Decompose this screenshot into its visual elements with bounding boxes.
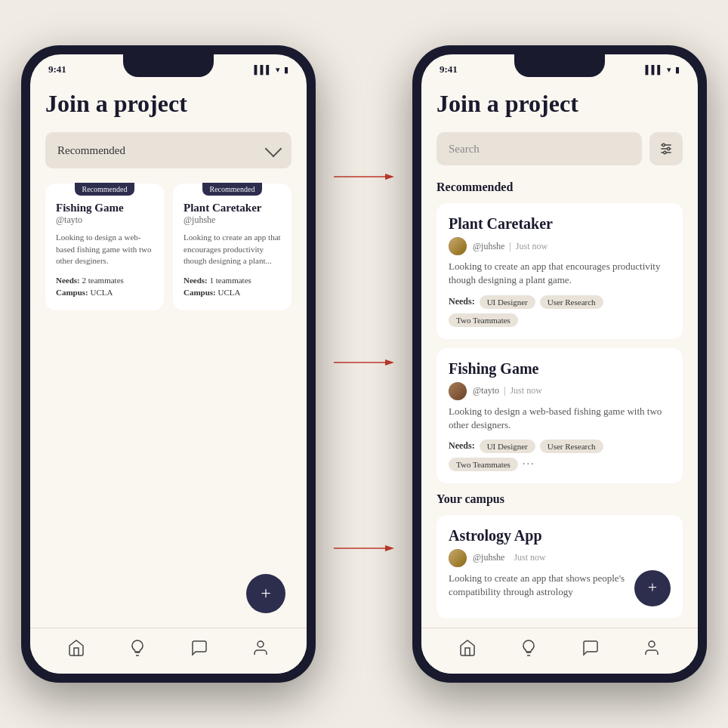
right-signal-icon: ▌▌▌ [646, 65, 663, 74]
left-nav-bulb[interactable] [127, 637, 148, 659]
astrology-plus-icon: + [648, 579, 657, 596]
right-nav-bulb[interactable] [518, 637, 539, 659]
plus-icon: + [261, 584, 271, 602]
more-options-icon[interactable]: ··· [523, 458, 535, 470]
phones-container: 9:41 ▌▌▌ ▾ ▮ Join a project Recommended [21, 45, 707, 683]
astrology-username: @juhshe [473, 552, 504, 563]
fishing-tag-2: User Research [540, 440, 603, 453]
astrology-time: Just now [514, 552, 545, 563]
plant-desc: Looking to create an app that encourages… [449, 260, 671, 287]
plant-tag-3: Two Teammates [449, 313, 518, 327]
left-phone-content: Join a project Recommended Recommended F… [30, 79, 307, 628]
search-bar: Search [436, 132, 683, 165]
right-card-fishing[interactable]: Fishing Game @tayto | Just now Looking t… [436, 348, 683, 483]
wifi-icon: ▾ [276, 65, 280, 75]
badge-recommended-2: Recommended [202, 183, 263, 196]
astrology-header: @juhshe Just now [449, 549, 671, 567]
left-nav-bar [30, 628, 307, 674]
card-2-campus: Campus: UCLA [184, 288, 281, 297]
plant-time: Just now [516, 241, 548, 252]
svg-point-11 [668, 148, 670, 150]
svg-marker-2 [385, 174, 394, 180]
plant-header: @juhshe | Just now [449, 237, 671, 255]
svg-point-12 [664, 152, 666, 154]
arrow-3 [334, 539, 394, 560]
search-placeholder: Search [449, 143, 480, 156]
recommended-label: Recommended [436, 180, 683, 194]
svg-point-0 [258, 641, 264, 647]
card-1-desc: Looking to design a web-based fishing ga… [56, 232, 153, 267]
right-nav-home[interactable] [457, 637, 478, 659]
arrow-1 [334, 168, 394, 189]
search-input-wrap[interactable]: Search [436, 132, 642, 165]
right-nav-chat[interactable] [580, 637, 601, 659]
svg-point-10 [662, 144, 665, 147]
fishing-time: Just now [510, 385, 541, 396]
left-nav-chat[interactable] [189, 637, 210, 659]
left-page-title: Join a project [45, 91, 292, 117]
right-nav-bar [421, 628, 698, 674]
left-time: 9:41 [48, 63, 66, 76]
right-card-plant[interactable]: Plant Caretaker @juhshe | Just now Looki… [436, 203, 683, 338]
left-cards-row: Recommended Fishing Game @tayto Looking … [45, 184, 292, 310]
right-page-title: Join a project [436, 91, 683, 117]
right-status-bar: 9:41 ▌▌▌ ▾ ▮ [421, 54, 698, 79]
right-phone-content: Join a project Search [421, 79, 698, 628]
left-status-bar: 9:41 ▌▌▌ ▾ ▮ [30, 54, 307, 79]
signal-icon: ▌▌▌ [254, 65, 272, 74]
card-1-needs: Needs: 2 teammates [56, 276, 153, 285]
right-card-astrology[interactable]: Astrology App @juhshe Just now Looking t… [436, 515, 683, 618]
badge-recommended-1: Recommended [75, 183, 135, 196]
card-1-username: @tayto [56, 214, 153, 226]
left-card-2[interactable]: Recommended Plant Caretaker @juhshe Look… [173, 184, 292, 310]
right-battery-icon: ▮ [675, 65, 680, 75]
astrology-user-info: @juhshe Just now [473, 552, 546, 563]
fishing-title: Fishing Game [449, 360, 671, 378]
svg-point-13 [649, 641, 655, 647]
card-2-needs: Needs: 1 teammates [184, 276, 281, 285]
fishing-tag-3: Two Teammates [449, 458, 518, 471]
campus-label: Your campus [436, 492, 683, 506]
astrology-avatar [449, 549, 467, 567]
fishing-header: @tayto | Just now [449, 382, 671, 400]
battery-icon: ▮ [284, 65, 288, 75]
fishing-desc: Looking to design a web-based fishing ga… [449, 405, 671, 432]
left-nav-profile[interactable] [250, 637, 271, 659]
plant-tag-2: User Research [540, 295, 603, 309]
plant-user-info: @juhshe | Just now [473, 241, 548, 252]
card-2-title: Plant Caretaker [184, 202, 281, 214]
sliders-icon [659, 141, 674, 156]
right-status-icons: ▌▌▌ ▾ ▮ [646, 65, 680, 75]
plant-avatar [449, 237, 467, 255]
right-nav-profile[interactable] [641, 637, 662, 659]
right-phone: 9:41 ▌▌▌ ▾ ▮ Join a project Search [412, 45, 707, 683]
card-2-username: @juhshe [184, 214, 281, 226]
plant-needs: Needs: UI Designer User Research Two Tea… [449, 295, 671, 327]
filter-button[interactable] [649, 132, 683, 165]
astrology-title: Astrology App [449, 527, 671, 544]
astrology-fab-button[interactable]: + [634, 570, 671, 606]
dropdown-selector[interactable]: Recommended [45, 132, 292, 168]
arrow-2 [334, 353, 394, 375]
left-status-icons: ▌▌▌ ▾ ▮ [254, 65, 288, 75]
fishing-user-info: @tayto | Just now [473, 385, 542, 396]
right-wifi-icon: ▾ [667, 65, 671, 75]
chevron-down-icon [265, 140, 282, 158]
fishing-tag-1: UI Designer [480, 440, 535, 453]
card-1-campus: Campus: UCLA [56, 288, 153, 297]
left-card-1[interactable]: Recommended Fishing Game @tayto Looking … [45, 184, 164, 310]
left-fab-button[interactable]: + [246, 574, 285, 613]
card-2-desc: Looking to create an app that encourages… [184, 232, 281, 267]
left-nav-home[interactable] [66, 637, 87, 659]
right-time: 9:41 [440, 63, 458, 76]
fishing-needs: Needs: UI Designer User Research Two Tea… [449, 440, 671, 471]
plant-title: Plant Caretaker [449, 215, 671, 233]
arrows-group [334, 168, 394, 560]
plant-username: @juhshe [473, 241, 504, 252]
left-phone: 9:41 ▌▌▌ ▾ ▮ Join a project Recommended [21, 45, 316, 683]
fishing-username: @tayto [473, 385, 499, 396]
fishing-avatar [449, 382, 467, 400]
svg-marker-6 [385, 545, 394, 551]
dropdown-label: Recommended [57, 144, 125, 157]
card-1-title: Fishing Game [56, 202, 153, 214]
